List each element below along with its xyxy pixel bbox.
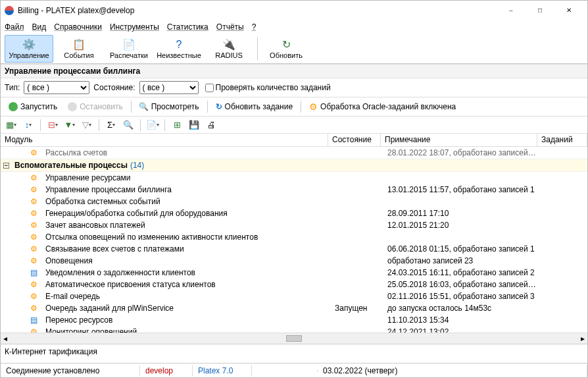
menu-tools[interactable]: Инструменты: [110, 22, 159, 32]
gear-icon: ⚙: [28, 232, 39, 242]
close-button[interactable]: ✕: [554, 1, 583, 20]
toolbar-refresh[interactable]: ↻ Обновить: [262, 35, 310, 63]
col-note[interactable]: Примечание: [381, 134, 537, 146]
type-label: Тип:: [5, 83, 20, 92]
row-name: Связывание всех счетов с платежами: [41, 244, 331, 254]
status-date: 03.02.2022 (четверг): [318, 365, 587, 377]
scrollbar-thumb[interactable]: [286, 335, 302, 342]
table-row[interactable]: ⚙Обработка системных событий: [1, 196, 587, 207]
menu-directories[interactable]: Справочники: [54, 22, 102, 32]
col-tasks[interactable]: Заданий: [537, 134, 587, 146]
gear-icon: ⚙: [28, 327, 39, 333]
table-row[interactable]: ⚙Оповещенияобработано записей 23: [1, 255, 587, 267]
columns-icon[interactable]: ▦: [5, 119, 18, 131]
check-tasks-checkbox[interactable]: [205, 84, 214, 92]
horizontal-scrollbar[interactable]: ◂ ▸: [1, 333, 587, 344]
stop-icon: [68, 102, 77, 111]
toolbar-radius[interactable]: 🔌 RADIUS: [205, 35, 253, 63]
save-icon[interactable]: 💾: [187, 119, 201, 131]
table-row[interactable]: ⚙Генерация/обработка событий для оборудо…: [1, 207, 587, 219]
menu-help[interactable]: ?: [252, 22, 257, 32]
toolbar-manage[interactable]: ⚙️ Управление: [5, 35, 53, 63]
row-name: Автоматическое присвоения статуса клиент…: [41, 280, 331, 289]
filter-clear-icon[interactable]: ▽: [80, 119, 93, 131]
view-button[interactable]: 🔍Просмотреть: [135, 101, 203, 113]
document-icon: ▤: [28, 268, 39, 277]
row-note: 06.06.2018 01:15, обработано записей 1: [383, 244, 540, 254]
table-row[interactable]: ⚙Связывание всех счетов с платежами06.06…: [1, 243, 587, 255]
status-spacer: [252, 369, 318, 372]
magnifier-icon: 🔍: [139, 102, 149, 111]
maximize-button[interactable]: □: [526, 1, 554, 20]
table-row[interactable]: ⚙Очередь заданий для plWinServiceЗапущен…: [1, 302, 587, 314]
row-note: 24.03.2015 16:11, обработано записей 2: [383, 268, 540, 277]
table-row[interactable]: ▤Перенос ресурсов11.10.2013 15:34: [1, 314, 587, 326]
gear-icon: ⚙: [28, 244, 39, 254]
print-icon[interactable]: 🖨: [205, 119, 218, 131]
info-line: К-Интернет тарификация: [1, 344, 587, 363]
export-excel-icon[interactable]: ⊞: [170, 119, 184, 131]
row-name: Генерация/обработка событий для оборудов…: [41, 209, 331, 218]
app-window: Billing - PLATEX platex@develop – □ ✕ Фа…: [0, 0, 588, 378]
table-row[interactable]: ⚙Управление процессами биллинга13.01.201…: [1, 184, 587, 196]
menu-statistics[interactable]: Статистика: [167, 22, 208, 32]
find-icon[interactable]: 🔍: [122, 119, 135, 131]
document-icon: ▤: [28, 315, 39, 325]
sum-icon[interactable]: Σ: [105, 119, 118, 131]
row-name: Очередь заданий для plWinService: [41, 304, 331, 313]
run-button[interactable]: Запустить: [5, 101, 61, 113]
window-title: Billing - PLATEX platex@develop: [18, 6, 497, 15]
status-bar: Соединение установлено develop Platex 7.…: [1, 363, 587, 377]
document-icon: 📄: [122, 38, 135, 51]
grid-toolbar: ▦ ↕ ⊟ ▼ ▽ Σ 🔍 📄 ⊞ 💾 🖨: [1, 117, 587, 134]
state-select[interactable]: ( все ): [139, 81, 199, 94]
table-row[interactable]: ⚙E-mail очередь02.11.2016 15:51, обработ…: [1, 290, 587, 302]
toolbar-printouts[interactable]: 📄 Распечатки: [105, 35, 153, 63]
menubar: Файл Вид Справочники Инструменты Статист…: [1, 20, 587, 34]
row-name: Обработка системных событий: [41, 197, 331, 206]
menu-reports[interactable]: Отчёты: [216, 22, 244, 32]
refresh-icon: ↻: [216, 102, 222, 111]
group-header[interactable]: − Вспомогательные процессы (14): [1, 159, 587, 172]
gear-icon: ⚙: [28, 185, 39, 194]
col-module[interactable]: Модуль: [1, 134, 328, 146]
tree-icon[interactable]: ⊟: [46, 119, 59, 131]
row-note: 24.12.2021 13:02: [383, 327, 540, 333]
table-row[interactable]: ⚙Мониторинг оповещений24.12.2021 13:02: [1, 326, 587, 333]
grid-body[interactable]: ⚙ Рассылка счетов 28.01.2022 18:07, обра…: [1, 147, 587, 333]
grid-header: Модуль Состояние Примечание Заданий: [1, 134, 587, 147]
refresh-task-button[interactable]: ↻Обновить задание: [212, 101, 297, 113]
toolbar-events[interactable]: 📋 События: [55, 35, 103, 63]
stop-button[interactable]: Остановить: [64, 101, 127, 113]
gear-icon: ⚙: [28, 197, 39, 206]
list-icon: 📋: [72, 38, 86, 51]
table-row[interactable]: ⚙ Рассылка счетов 28.01.2022 18:07, обра…: [1, 147, 587, 159]
table-row[interactable]: ⚙Зачет авансовых платежей12.01.2015 21:2…: [1, 219, 587, 231]
table-row[interactable]: ▤Уведомления о задолженности клиентов24.…: [1, 267, 587, 279]
row-note: 02.11.2016 15:51, обработано записей 3: [383, 292, 540, 301]
gear-icon: ⚙: [28, 256, 39, 265]
sort-icon[interactable]: ↕: [22, 119, 35, 131]
type-select[interactable]: ( все ): [24, 81, 89, 94]
row-note: 25.05.2018 16:03, обработано записей 18.…: [383, 280, 540, 289]
table-row[interactable]: ⚙Отсылка оповещений по изменению активно…: [1, 231, 587, 243]
collapse-icon[interactable]: −: [3, 163, 9, 169]
table-row[interactable]: ⚙Автоматическое присвоения статуса клиен…: [1, 279, 587, 290]
copy-icon[interactable]: 📄: [146, 119, 159, 131]
table-row[interactable]: ⚙Управление ресурсами: [1, 172, 587, 184]
row-name: Перенос ресурсов: [41, 315, 331, 325]
minimize-button[interactable]: –: [497, 1, 526, 20]
row-name: Отсылка оповещений по изменению активнос…: [41, 232, 331, 242]
menu-file[interactable]: Файл: [5, 22, 24, 32]
row-name: Зачет авансовых платежей: [41, 221, 331, 230]
row-name: Уведомления о задолженности клиентов: [41, 268, 331, 277]
oracle-toggle[interactable]: ⚙Обработка Oracle-заданий включена: [305, 100, 460, 113]
check-tasks-label[interactable]: Проверять количество заданий: [203, 83, 331, 92]
row-note: 28.09.2011 17:10: [383, 209, 540, 218]
filter-funnel-icon[interactable]: ▼: [63, 119, 76, 131]
row-name: Управление процессами биллинга: [41, 185, 331, 194]
menu-view[interactable]: Вид: [32, 22, 47, 32]
toolbar-unknown[interactable]: ? Неизвестные: [155, 35, 203, 63]
col-state[interactable]: Состояние: [328, 134, 381, 146]
row-note: 11.10.2013 15:34: [383, 315, 540, 325]
